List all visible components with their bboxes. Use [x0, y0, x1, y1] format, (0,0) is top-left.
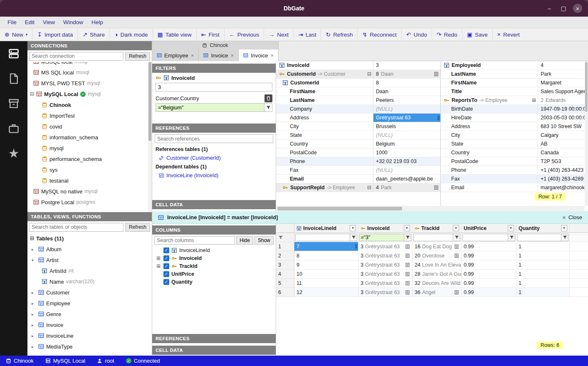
table-item-invoice[interactable]: ▸Invoice [27, 319, 152, 330]
open-form-icon[interactable] [454, 244, 459, 249]
chevron-down-icon[interactable]: ▾ [32, 258, 36, 262]
search-tables-input[interactable] [29, 223, 124, 232]
grid-cell[interactable]: 9 [294, 260, 358, 270]
grid-cell[interactable]: 20Overdose [413, 251, 462, 260]
database-item[interactable]: information_schema [27, 132, 152, 143]
search-columns-input[interactable] [154, 236, 235, 245]
grid-cell[interactable]: 0.99 [462, 251, 516, 260]
filter-input-unitprice[interactable] [463, 234, 508, 241]
form-value[interactable]: 1947-09-19 00:00:00 [538, 105, 585, 113]
column-menu-button[interactable]: ▼ [561, 225, 567, 231]
filter-input-quantity[interactable] [518, 234, 561, 241]
open-form-icon[interactable] [405, 244, 410, 249]
grid-cell[interactable]: 0.99 [462, 260, 516, 270]
rail-archive-icon[interactable] [7, 97, 20, 110]
filter-invoiceid-input[interactable] [156, 83, 272, 92]
collapse-icon[interactable]: ⊟ [367, 185, 371, 190]
open-form-icon[interactable] [454, 290, 459, 295]
table-item-genre[interactable]: ▸Genre [27, 309, 152, 319]
rail-favorites-icon[interactable]: ★ [7, 147, 20, 160]
form-value[interactable]: Peeters [373, 96, 440, 104]
column-item-artistid[interactable]: ArtistIdint [27, 265, 152, 276]
connection-item[interactable]: MS SQL localmssql [27, 67, 152, 78]
close-button[interactable]: × [573, 4, 582, 13]
column-header-invoicelineid[interactable]: InvoiceLineId▼ [294, 224, 358, 233]
expand-icon[interactable]: ⊞ [156, 255, 161, 261]
dark-mode-button[interactable]: ◑Dark mode [109, 28, 153, 41]
column-menu-button[interactable]: ▼ [350, 225, 356, 231]
open-form-icon[interactable] [405, 272, 410, 277]
refresh-button[interactable]: ↻Refresh [321, 28, 357, 41]
grid-cell[interactable]: 1 [516, 260, 570, 270]
open-form-icon[interactable] [454, 253, 459, 258]
connection-item[interactable]: Postgre Localpostgres [27, 197, 152, 208]
checkbox-checked[interactable]: ✓ [163, 279, 169, 285]
form-value[interactable]: +32 02 219 03 03 [373, 157, 440, 166]
share-button[interactable]: ↗Share [77, 28, 109, 41]
grid-cell[interactable]: 36Angel [413, 288, 462, 297]
form-value[interactable]: daan_peeters@apple.be [373, 175, 440, 183]
rail-connections-icon[interactable] [7, 47, 20, 60]
rail-files-icon[interactable] [7, 72, 20, 85]
database-item[interactable]: testanal [27, 175, 152, 186]
menu-file[interactable]: File [3, 18, 21, 27]
import-data-button[interactable]: ↧Import data [32, 28, 77, 41]
save-button[interactable]: ▣Save [462, 28, 492, 41]
grid-cell[interactable]: 32Deuces Are Wild [413, 279, 462, 288]
grid-cell[interactable]: 0.99 [462, 279, 516, 288]
open-form-icon[interactable] [405, 290, 410, 295]
column-header-quantity[interactable]: Quantity▼ [516, 224, 570, 233]
status-database[interactable]: Chinook [6, 358, 34, 364]
hide-button[interactable]: Hide [236, 236, 253, 245]
open-form-icon[interactable] [434, 185, 439, 190]
grid-cell[interactable]: 3Grétrystraat 63 [358, 288, 413, 297]
close-tab-icon[interactable]: × [231, 52, 234, 59]
grid-cell[interactable]: 1 [516, 242, 570, 251]
open-form-icon[interactable] [405, 253, 410, 258]
form-value[interactable]: 4 [538, 61, 585, 69]
filter-funnel-button[interactable] [350, 234, 357, 241]
open-form-icon[interactable] [434, 72, 439, 77]
status-user[interactable]: root [97, 358, 114, 364]
form-value[interactable]: 4Park [373, 183, 440, 192]
filter-funnel-button[interactable] [404, 234, 411, 241]
grid-cell[interactable]: 3Grétrystraat 63 [358, 260, 413, 270]
reference-link-customer[interactable]: Customer (CustomerId) [152, 154, 276, 162]
form-value[interactable]: Calgary [538, 131, 585, 139]
scrollbar-thumb[interactable] [585, 62, 588, 112]
last-button[interactable]: ⇥Last [293, 28, 321, 41]
chevron-right-icon[interactable]: ▸ [32, 247, 36, 252]
form-value[interactable]: Margaret [538, 79, 585, 87]
form-value[interactable]: Canada [538, 148, 585, 157]
form-value[interactable]: (NULL) [373, 131, 440, 139]
form-value[interactable]: 3 [373, 61, 440, 69]
revert-button[interactable]: ×Revert [492, 28, 524, 41]
table-item-artist[interactable]: ▾Artist [27, 255, 152, 265]
column-menu-button[interactable]: ▼ [404, 225, 410, 231]
tab-employee[interactable]: Employee× [152, 49, 199, 61]
maximize-button[interactable]: ▢ [559, 4, 568, 13]
form-value[interactable]: 8 [373, 79, 440, 87]
filter-funnel-button[interactable] [453, 234, 460, 241]
new-button[interactable]: ⊕New▾ [0, 28, 32, 41]
form-value[interactable]: (NULL) [373, 166, 440, 174]
show-button[interactable]: Show [254, 236, 274, 245]
connection-item[interactable]: MYSL PWD TESTmysql [27, 78, 152, 89]
grid-cell[interactable]: 0.99 [462, 288, 516, 297]
filter-funnel-button[interactable] [561, 234, 568, 241]
open-form-icon[interactable] [405, 262, 410, 267]
connection-item[interactable]: MSSQL localmssql [27, 62, 152, 67]
tables-refresh-button[interactable]: Refresh [125, 223, 150, 232]
redo-button[interactable]: ↷Redo [432, 28, 462, 41]
grid-cell[interactable]: 0.99 [462, 270, 516, 279]
reconnect-button[interactable]: ↯Reconnect [357, 28, 401, 41]
minimize-button[interactable]: – [545, 4, 554, 13]
filter-input-trackid[interactable] [414, 234, 453, 241]
column-header-trackid[interactable]: TrackId▼ [413, 224, 462, 233]
tab-invoice-2[interactable]: Invoice× [239, 49, 279, 61]
close-tab-icon[interactable]: × [270, 52, 274, 59]
menu-edit[interactable]: Edit [21, 18, 39, 27]
collapse-icon[interactable]: ⊟ [30, 235, 34, 241]
checkbox-checked[interactable]: ✓ [163, 247, 169, 253]
database-item[interactable]: ImportTest [27, 110, 152, 121]
